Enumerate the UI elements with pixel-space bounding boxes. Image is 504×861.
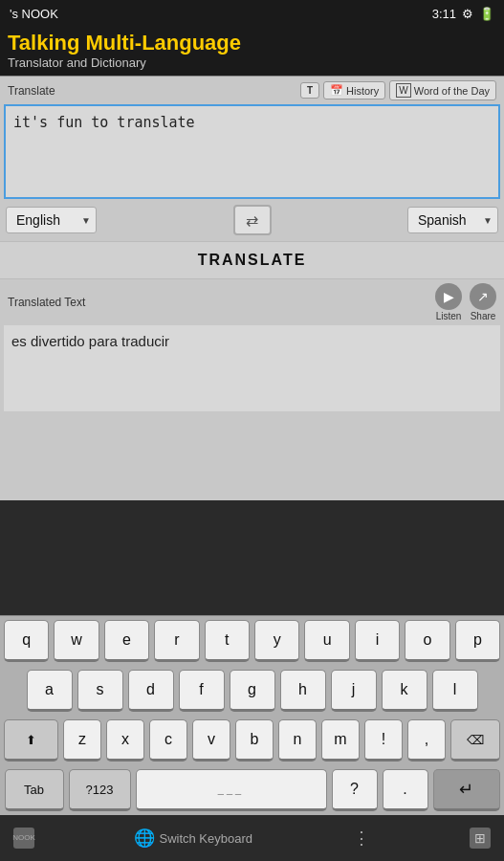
time: 3:11 xyxy=(432,7,456,21)
key-b[interactable]: b xyxy=(235,719,274,762)
dark-spacer xyxy=(0,500,504,615)
key-k[interactable]: k xyxy=(382,670,427,712)
translated-toolbar: Translated Text ▶ Listen ↗ Share xyxy=(0,279,504,325)
key-a[interactable]: a xyxy=(27,670,73,712)
status-bar: 's NOOK 3:11 ⚙ 🔋 xyxy=(0,0,504,27)
battery-icon: 🔋 xyxy=(479,7,494,21)
nook-icon: NOOK xyxy=(13,828,34,849)
key-g[interactable]: g xyxy=(230,670,275,712)
key-h[interactable]: h xyxy=(280,670,326,712)
key-t[interactable]: t xyxy=(205,620,250,662)
key-exclaim[interactable]: ! xyxy=(364,719,403,762)
keyboard-row-1: q w e r t y u i o p xyxy=(0,616,504,666)
history-icon: 📅 xyxy=(330,84,343,97)
key-l[interactable]: l xyxy=(432,670,478,712)
key-question[interactable]: ? xyxy=(332,769,378,811)
translated-section: Translated Text ▶ Listen ↗ Share es dive… xyxy=(0,279,504,500)
swap-icon: ⇄ xyxy=(246,211,258,230)
listen-icon: ▶ xyxy=(435,283,462,310)
key-x[interactable]: x xyxy=(106,719,144,762)
translated-output: es divertido para traducir xyxy=(4,325,500,411)
more-options-button[interactable]: ⋮ xyxy=(353,828,370,849)
space-key[interactable]: ___ xyxy=(136,769,327,811)
translate-button[interactable]: TRANSLATE xyxy=(0,241,504,279)
globe-icon: 🌐 xyxy=(134,828,155,849)
key-c[interactable]: c xyxy=(149,719,187,762)
translate-label: Translate xyxy=(8,84,55,98)
word-of-day-button[interactable]: W Word of the Day xyxy=(389,80,496,100)
text-size-icon: T xyxy=(307,85,313,96)
key-p[interactable]: p xyxy=(455,620,500,662)
source-language-wrapper[interactable]: English Spanish French xyxy=(6,207,97,233)
target-language-select[interactable]: Spanish English French xyxy=(407,207,498,233)
keyboard-row-4: Tab ?123 ___ ? . ↵ xyxy=(0,765,504,815)
key-n[interactable]: n xyxy=(278,719,317,762)
share-label: Share xyxy=(471,311,496,321)
translated-actions: ▶ Listen ↗ Share xyxy=(435,283,496,321)
translated-label: Translated Text xyxy=(8,296,85,309)
key-e[interactable]: e xyxy=(104,620,149,662)
swap-languages-button[interactable]: ⇄ xyxy=(233,205,272,235)
source-language-select[interactable]: English Spanish French xyxy=(6,207,97,233)
toolbar-buttons: T 📅 History W Word of the Day xyxy=(300,80,496,100)
key-v[interactable]: v xyxy=(192,719,230,762)
tab-key[interactable]: Tab xyxy=(5,769,64,811)
backspace-key[interactable]: ⌫ xyxy=(450,719,500,762)
translate-toolbar: Translate T 📅 History W Word of the Day xyxy=(0,77,504,104)
app-name: 's NOOK xyxy=(10,7,58,21)
switch-keyboard-label: Switch Keyboard xyxy=(159,831,252,846)
screenshot-icon: ⊞ xyxy=(470,828,491,849)
status-icons: 3:11 ⚙ 🔋 xyxy=(432,7,494,21)
globe-icon-button[interactable]: 🌐 Switch Keyboard xyxy=(134,828,252,849)
history-button[interactable]: 📅 History xyxy=(323,81,385,99)
settings-icon: ⚙ xyxy=(462,7,473,21)
key-y[interactable]: y xyxy=(254,620,299,662)
key-i[interactable]: i xyxy=(355,620,400,662)
keyboard: q w e r t y u i o p a s d f g h j k l ⬆ … xyxy=(0,615,504,815)
target-language-wrapper[interactable]: Spanish English French xyxy=(407,207,498,233)
app-title: Talking Multi-Language xyxy=(8,31,496,55)
system-bar: NOOK 🌐 Switch Keyboard ⋮ ⊞ xyxy=(0,815,504,861)
listen-label: Listen xyxy=(436,311,462,321)
key-period-dot[interactable]: . xyxy=(383,769,428,811)
key-z[interactable]: z xyxy=(63,719,101,762)
key-s[interactable]: s xyxy=(77,670,123,712)
more-options-icon: ⋮ xyxy=(353,828,370,849)
key-r[interactable]: r xyxy=(154,620,199,662)
share-button[interactable]: ↗ Share xyxy=(470,283,496,321)
key-q[interactable]: q xyxy=(4,620,49,662)
enter-key[interactable]: ↵ xyxy=(433,769,500,811)
main-content: Translate T 📅 History W Word of the Day … xyxy=(0,76,504,500)
key-j[interactable]: j xyxy=(331,670,377,712)
key-m[interactable]: m xyxy=(321,719,360,762)
keyboard-row-3: ⬆ z x c v b n m ! , ⌫ xyxy=(0,716,504,765)
key-o[interactable]: o xyxy=(405,620,449,662)
screenshot-button[interactable]: ⊞ xyxy=(470,828,491,849)
word-icon: W xyxy=(396,83,410,98)
text-size-button[interactable]: T xyxy=(300,82,319,99)
language-row: English Spanish French ⇄ Spanish English… xyxy=(0,199,504,241)
share-icon: ↗ xyxy=(470,283,496,310)
symbols-key[interactable]: ?123 xyxy=(69,769,131,811)
app-header: Talking Multi-Language Translator and Di… xyxy=(0,27,504,76)
key-u[interactable]: u xyxy=(304,620,349,662)
app-subtitle: Translator and Dictionary xyxy=(8,55,496,70)
key-comma[interactable]: , xyxy=(407,719,446,762)
key-w[interactable]: w xyxy=(54,620,99,662)
key-d[interactable]: d xyxy=(128,670,174,712)
translate-input[interactable] xyxy=(13,114,491,186)
nook-logo-button[interactable]: NOOK xyxy=(13,828,34,849)
keyboard-row-2: a s d f g h j k l xyxy=(0,666,504,716)
key-f[interactable]: f xyxy=(179,670,225,712)
shift-key[interactable]: ⬆ xyxy=(4,719,58,762)
listen-button[interactable]: ▶ Listen xyxy=(435,283,462,321)
input-area[interactable] xyxy=(4,104,500,199)
